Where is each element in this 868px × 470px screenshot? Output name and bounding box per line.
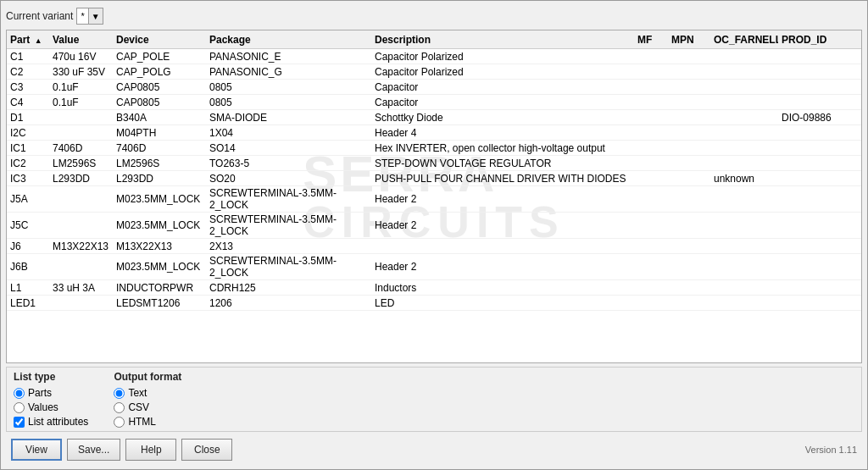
table-cell: 330 uF 35V bbox=[49, 65, 113, 79]
table-cell: 1206 bbox=[206, 296, 371, 310]
table-row[interactable]: C2330 uF 35VCAP_POLGPANASONIC_GCapacitor… bbox=[7, 64, 861, 80]
output-format-html-radio[interactable] bbox=[114, 417, 125, 428]
table-row[interactable]: C30.1uFCAP08050805Capacitor bbox=[7, 80, 861, 95]
bottom-section: List type Parts Values List attributes O… bbox=[6, 367, 862, 464]
col-header-description[interactable]: Description bbox=[371, 33, 634, 47]
table-cell: Header 2 bbox=[371, 260, 634, 274]
table-body[interactable]: C1470u 16VCAP_POLEPANASONIC_ECapacitor P… bbox=[7, 49, 861, 362]
output-format-html[interactable]: HTML bbox=[114, 416, 181, 428]
col-header-mf[interactable]: MF bbox=[634, 33, 668, 47]
table-cell: LED1 bbox=[7, 296, 49, 310]
col-header-prod-id[interactable]: PROD_ID bbox=[778, 33, 846, 47]
table-cell bbox=[668, 102, 710, 103]
variant-asterisk[interactable]: * bbox=[77, 8, 88, 24]
help-button[interactable]: Help bbox=[125, 439, 176, 461]
table-cell bbox=[668, 246, 710, 247]
table-cell: C2 bbox=[7, 65, 49, 79]
table-cell: J6B bbox=[7, 260, 49, 274]
table-cell: 2X13 bbox=[206, 240, 371, 253]
table-cell bbox=[668, 224, 710, 226]
output-format-csv-radio[interactable] bbox=[114, 402, 125, 413]
table-cell bbox=[710, 56, 778, 58]
table-cell: 33 uH 3A bbox=[49, 281, 113, 295]
table-cell bbox=[49, 302, 113, 304]
table-row[interactable]: L133 uH 3AINDUCTORPWRCDRH125Inductors bbox=[7, 280, 861, 296]
table-cell: TO263-5 bbox=[206, 157, 371, 170]
col-header-package[interactable]: Package bbox=[206, 33, 371, 47]
save-button[interactable]: Save... bbox=[67, 439, 120, 461]
table-cell bbox=[668, 71, 710, 73]
table-cell bbox=[668, 86, 710, 88]
table-row[interactable]: C1470u 16VCAP_POLEPANASONIC_ECapacitor P… bbox=[7, 49, 861, 64]
table-row[interactable]: I2CM04PTH1X04Header 4 bbox=[7, 125, 861, 141]
table-cell: D1 bbox=[7, 111, 49, 124]
col-header-part[interactable]: Part ▲ bbox=[7, 33, 49, 47]
list-type-values-radio[interactable] bbox=[14, 402, 25, 413]
table-cell bbox=[710, 266, 778, 268]
table-cell: Capacitor Polarized bbox=[371, 65, 634, 79]
col-header-device[interactable]: Device bbox=[113, 33, 206, 47]
table-cell: Capacitor bbox=[371, 96, 634, 109]
list-attributes-checkbox[interactable] bbox=[14, 417, 25, 428]
table-cell bbox=[49, 132, 113, 134]
table-cell bbox=[668, 198, 710, 200]
table-cell: Header 2 bbox=[371, 218, 634, 232]
table-cell: IC2 bbox=[7, 157, 49, 170]
col-header-oc-farnell[interactable]: OC_FARNELL bbox=[710, 33, 778, 47]
table-cell bbox=[634, 147, 668, 149]
table-cell: IC3 bbox=[7, 172, 49, 185]
table-row[interactable]: J5AM023.5MM_LOCKSCREWTERMINAL-3.5MM-2_LO… bbox=[7, 186, 861, 213]
table-cell: unknown bbox=[710, 172, 778, 185]
table-cell: SO14 bbox=[206, 141, 371, 155]
variant-selector[interactable]: * ▼ bbox=[76, 8, 103, 25]
list-type-parts[interactable]: Parts bbox=[14, 387, 88, 399]
table-row[interactable]: IC3L293DDL293DDSO20PUSH-PULL FOUR CHANNE… bbox=[7, 171, 861, 186]
table-row[interactable]: IC17406D7406DSO14Hex INVERTER, open coll… bbox=[7, 141, 861, 156]
list-type-parts-radio[interactable] bbox=[14, 388, 25, 399]
table-cell: SCREWTERMINAL-3.5MM-2_LOCK bbox=[206, 254, 371, 279]
table-cell: 0805 bbox=[206, 80, 371, 94]
output-format-text-radio[interactable] bbox=[114, 388, 125, 399]
table-row[interactable]: IC2LM2596SLM2596STO263-5STEP-DOWN VOLTAG… bbox=[7, 156, 861, 171]
table-row[interactable]: J5CM023.5MM_LOCKSCREWTERMINAL-3.5MM-2_LO… bbox=[7, 213, 861, 239]
table-cell bbox=[778, 163, 846, 164]
table-cell: CAP_POLE bbox=[113, 50, 206, 64]
variant-dropdown-arrow[interactable]: ▼ bbox=[89, 8, 103, 24]
table-row[interactable]: C40.1uFCAP08050805Capacitor bbox=[7, 95, 861, 110]
table-row[interactable]: LED1LEDSMT12061206LED bbox=[7, 296, 861, 311]
table-cell: B340A bbox=[113, 111, 206, 124]
output-format-csv[interactable]: CSV bbox=[114, 401, 181, 413]
table-cell bbox=[634, 117, 668, 119]
list-attributes-checkbox-row[interactable]: List attributes bbox=[14, 416, 88, 428]
table-cell: DIO-09886 bbox=[778, 111, 846, 124]
table-cell: CDRH125 bbox=[206, 281, 371, 295]
table-cell: SCREWTERMINAL-3.5MM-2_LOCK bbox=[206, 213, 371, 238]
col-header-value[interactable]: Value bbox=[49, 33, 113, 47]
table-row[interactable]: D1B340ASMA-DIODESchottky DiodeDIO-09886 bbox=[7, 110, 861, 125]
col-header-mpn[interactable]: MPN bbox=[668, 33, 710, 47]
close-button[interactable]: Close bbox=[181, 439, 232, 461]
list-type-values[interactable]: Values bbox=[14, 401, 88, 413]
table-cell: Inductors bbox=[371, 281, 634, 295]
current-variant-label: Current variant bbox=[6, 10, 73, 22]
table-cell bbox=[634, 132, 668, 134]
table-cell: Capacitor Polarized bbox=[371, 50, 634, 64]
table-cell bbox=[710, 224, 778, 226]
table-row[interactable]: J6M13X22X13M13X22X132X13 bbox=[7, 239, 861, 254]
table-cell: SO20 bbox=[206, 172, 371, 185]
table-cell bbox=[634, 178, 668, 180]
output-format-text[interactable]: Text bbox=[114, 387, 181, 399]
table-cell bbox=[710, 102, 778, 103]
table-cell bbox=[778, 224, 846, 226]
table-cell bbox=[634, 71, 668, 73]
table-cell: CAP_POLG bbox=[113, 65, 206, 79]
table-row[interactable]: J6BM023.5MM_LOCKSCREWTERMINAL-3.5MM-2_LO… bbox=[7, 254, 861, 280]
table-cell: INDUCTORPWR bbox=[113, 281, 206, 295]
table-cell: J5A bbox=[7, 192, 49, 206]
table-cell: Header 4 bbox=[371, 126, 634, 140]
top-bar: Current variant * ▼ bbox=[6, 6, 862, 26]
table-cell: IC1 bbox=[7, 141, 49, 155]
table-cell: M023.5MM_LOCK bbox=[113, 192, 206, 206]
output-format-text-label: Text bbox=[128, 387, 147, 399]
view-button[interactable]: View bbox=[11, 439, 62, 461]
